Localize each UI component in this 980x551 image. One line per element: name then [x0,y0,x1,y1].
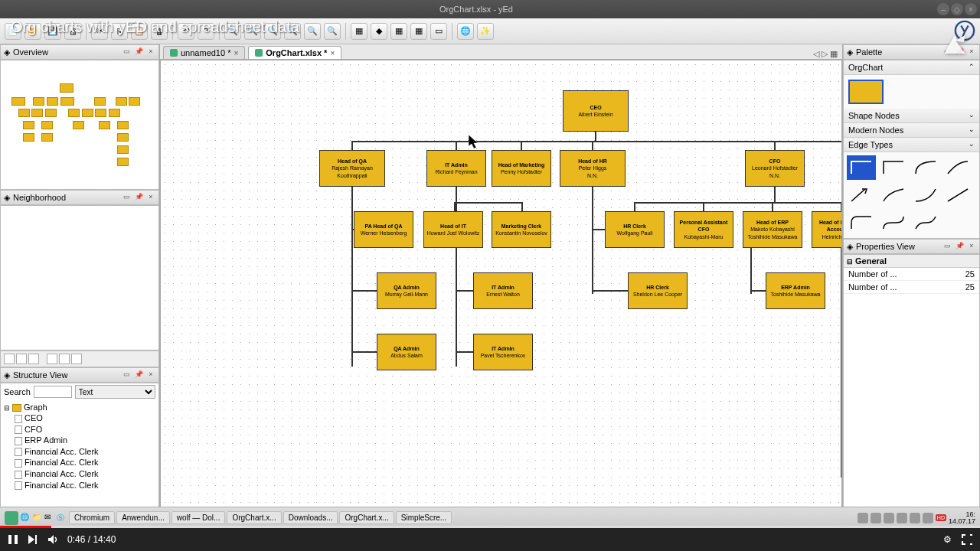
tool-5-button[interactable]: ▭ [430,23,447,40]
taskbar-item[interactable]: Anwendun... [116,511,170,524]
structure-panel-header[interactable]: ◈Structure View ▭📌× [0,367,159,383]
edge-type-6[interactable] [879,183,908,207]
palette-node-orgchart[interactable] [848,80,884,104]
tray-icon[interactable] [897,513,907,523]
org-node-itadm2[interactable]: IT AdminErnest Walton [473,272,533,309]
edge-type-4[interactable] [943,155,972,180]
tab-orgchart[interactable]: OrgChart.xlsx *× [248,46,341,59]
org-node-qaadm1[interactable]: QA AdminMurray Gell-Mann [377,272,436,309]
palette-section-modern[interactable]: Modern Nodes⌄ [844,123,979,138]
taskbar-item[interactable]: OrgChart.x... [339,511,394,524]
window-title: OrgChart.xlsx - yEd [15,5,937,14]
property-row[interactable]: Number of ...25 [844,281,979,294]
structure-view-tabs[interactable] [0,350,159,367]
settings-button[interactable]: ⚙ [942,534,952,545]
org-node-herp[interactable]: Head of ERPMakoto KobayashiToshihide Mas… [743,211,802,248]
share-icon[interactable] [941,31,969,61]
taskbar-item[interactable]: OrgChart.x... [227,511,281,524]
taskbar-item[interactable]: SimpleScre... [396,511,452,524]
org-node-hhr[interactable]: Head of HRPeter HiggsN.N. [560,150,626,187]
org-node-mclrk[interactable]: Marketing ClerkKonstantin Novoselov [492,211,551,248]
edge-type-3[interactable] [911,155,940,180]
zoom-area-button[interactable]: 🔍 [324,23,341,40]
edge-type-11[interactable] [911,210,940,235]
skype-icon[interactable]: Ⓢ [57,513,67,523]
fullscreen-button[interactable] [962,534,972,545]
org-node-ceo[interactable]: CEOAlbert Einstein [563,90,629,132]
next-button[interactable] [28,534,38,545]
edge-type-9[interactable] [847,210,876,235]
org-node-pacfo[interactable]: Personal Assistant CFOKobayashi-Maru [674,211,733,248]
properties-panel-header[interactable]: ◈Properties View ▭📌× [843,239,980,254]
tree-item: ERP Admin [4,435,155,446]
tab-unnamed[interactable]: unnamed10 *× [163,46,245,59]
org-node-hrclrk2[interactable]: HR ClerkSheldon Lee Cooper [628,272,688,309]
neighborhood-panel-header[interactable]: ◈Neighborhood ▭📌× [0,190,159,205]
org-node-hrclrk[interactable]: HR ClerkWolfgang Pauli [605,211,665,248]
taskbar-item[interactable]: wolf — Dol... [172,511,226,524]
chrome-icon[interactable]: 🌐 [20,513,31,523]
maximize-icon[interactable]: ◇ [951,3,963,15]
tray-icon[interactable] [884,513,894,523]
globe-button[interactable]: 🌐 [457,23,474,40]
edge-type-1[interactable] [847,155,876,180]
tray-icon[interactable] [871,513,881,523]
search-mode-select[interactable]: Text [75,385,155,399]
tree-item: CEO [4,412,155,424]
wand-button[interactable]: ✨ [477,23,494,40]
edge-type-10[interactable] [879,210,908,235]
layout-button[interactable]: ▦ [351,23,368,40]
edge-type-8[interactable] [943,183,972,207]
mail-icon[interactable]: ✉ [44,513,55,523]
taskbar-item[interactable]: Chromium [69,511,115,524]
org-node-qaadm2[interactable]: QA AdminAbdus Salam [377,334,436,370]
volume-button[interactable] [47,534,58,545]
tray-icon[interactable] [910,513,920,523]
files-icon[interactable]: 📁 [32,513,43,523]
edge-type-7[interactable] [911,183,940,207]
clock: 16:14.07.17 [949,511,975,525]
structure-tree[interactable]: ⊟ Graph CEO CFO ERP Admin Financial Acc.… [1,400,158,492]
tree-item: Financial Acc. Clerk [4,468,155,480]
structure-panel: Search Text ⊟ Graph CEO CFO ERP Admin Fi… [0,383,159,517]
org-node-itadm3[interactable]: IT AdminPavel Tscherenkov [473,334,533,370]
org-node-erpadm[interactable]: ERP AdminToshihide Masukawa [766,272,825,309]
neighborhood-panel[interactable] [0,205,159,350]
org-node-itadm[interactable]: IT AdminRichard Feynman [426,150,486,187]
tabs-nav[interactable]: ◁ ▷ ▦ [813,49,842,59]
left-sidebar: ◈Overview ▭📌× [0,44,160,517]
tool-2-button[interactable]: ◆ [371,23,387,40]
property-row[interactable]: Number of ...25 [844,268,979,281]
close-icon[interactable]: × [965,3,977,15]
video-progress[interactable] [0,526,980,528]
minimize-icon[interactable]: – [937,3,949,15]
grid-button[interactable]: ▦ [390,23,407,40]
org-node-pahqa[interactable]: PA Head of QAWerner Heisenberg [354,211,413,248]
tree-item: Financial Acc. Clerk [4,480,155,491]
hd-badge: HD [936,514,946,521]
org-node-cfo[interactable]: CFOLeonard HofstadterN.N. [745,150,805,187]
overview-panel[interactable] [0,60,159,190]
org-node-hfacc[interactable]: Head of Financial AccountingHeinrich Roh… [812,211,842,248]
tray-icon[interactable] [858,513,868,523]
tray-icon[interactable] [923,513,933,523]
org-node-hmkt[interactable]: Head of MarketingPenny Hofstadter [492,150,551,187]
taskbar-item[interactable]: Downloads... [283,511,338,524]
palette-section-shape[interactable]: Shape Nodes⌄ [844,109,979,123]
graph-canvas[interactable]: CEOAlbert EinsteinHead of QARajesh Ramay… [160,60,842,517]
close-icon[interactable]: × [330,49,335,57]
palette-section-orgchart[interactable]: OrgChart⌃ [844,60,979,75]
palette-section-edges[interactable]: Edge Types⌄ [844,138,979,152]
overview-panel-header[interactable]: ◈Overview ▭📌× [0,44,159,60]
org-node-hqa[interactable]: Head of QARajesh Ramayan Koothrappali [319,150,385,187]
edge-type-2[interactable] [879,155,908,180]
org-node-hit[interactable]: Head of ITHoward Joel Wolowitz [423,211,483,248]
search-input[interactable] [34,386,72,398]
close-icon[interactable]: × [234,49,238,57]
start-button[interactable] [5,511,18,525]
edge-type-5[interactable] [847,183,876,207]
play-pause-button[interactable] [8,534,18,545]
properties-panel: ⊟ General Number of ...25 Number of ...2… [843,254,980,517]
zoom-sel-button[interactable]: 🔍 [304,23,321,40]
snap-button[interactable]: ▦ [410,23,427,40]
